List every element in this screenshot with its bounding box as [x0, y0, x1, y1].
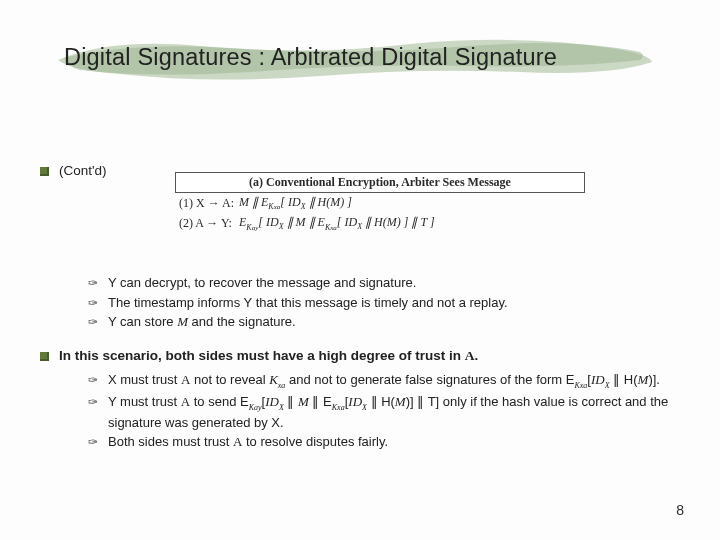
- body-content: (Cont'd) ✑ Y can decrypt, to recover the…: [40, 162, 680, 453]
- text-frag: not to reveal: [190, 372, 269, 387]
- text-frag: to send E: [190, 394, 249, 409]
- math-A: A: [233, 434, 242, 449]
- bullet-text: Both sides must trust A to resolve dispu…: [108, 433, 388, 451]
- square-bullet-icon: [40, 167, 49, 176]
- math-M: M: [298, 394, 309, 409]
- bullet-y-trust: ✑ Y must trust A to send EKay[IDX ‖ M ‖ …: [88, 393, 680, 431]
- bullet-timestamp: ✑ The timestamp informs Y that this mess…: [88, 294, 680, 312]
- contd-label: (Cont'd): [59, 162, 107, 180]
- math-ID: ID: [591, 372, 605, 387]
- text-frag: Both sides must trust: [108, 434, 233, 449]
- text-frag: In this scenario, both sides must have a…: [59, 348, 465, 363]
- math-ID: ID: [348, 394, 362, 409]
- math-M: M: [177, 314, 188, 329]
- math-K: K: [269, 372, 278, 387]
- text-frag: )].: [648, 372, 660, 387]
- text-frag: to resolve disputes fairly.: [242, 434, 388, 449]
- bullet-text: Y can decrypt, to recover the message an…: [108, 274, 416, 292]
- script-bullet-icon: ✑: [88, 275, 98, 291]
- math-A: A: [181, 372, 190, 387]
- bullet-both-trust: ✑ Both sides must trust A to resolve dis…: [88, 433, 680, 451]
- text-frag: Y can store: [108, 314, 177, 329]
- heading-contd: (Cont'd): [40, 162, 680, 180]
- text-frag: and not to generate false signatures of …: [285, 372, 574, 387]
- bullet-text: The timestamp informs Y that this messag…: [108, 294, 508, 312]
- text-frag: and the signature.: [188, 314, 296, 329]
- script-bullet-icon: ✑: [88, 295, 98, 311]
- bullet-text: Y can store M and the signature.: [108, 313, 296, 331]
- bullet-y-decrypt: ✑ Y can decrypt, to recover the message …: [88, 274, 680, 292]
- page-title: Digital Signatures : Arbitrated Digital …: [64, 44, 680, 71]
- text-frag: ‖ H(: [610, 372, 638, 387]
- heading-trust-text: In this scenario, both sides must have a…: [59, 347, 478, 365]
- spacer: [40, 333, 680, 347]
- heading-trust: In this scenario, both sides must have a…: [40, 347, 680, 365]
- page-number: 8: [676, 502, 684, 518]
- bullet-x-trust: ✑ X must trust A not to reveal Kxa and n…: [88, 371, 680, 391]
- figure-spacer: [40, 186, 680, 272]
- bullet-y-store: ✑ Y can store M and the signature.: [88, 313, 680, 331]
- math-M: M: [395, 394, 406, 409]
- text-frag: Y must trust: [108, 394, 181, 409]
- text-frag: ‖: [284, 394, 298, 409]
- math-Esub: Kxa: [574, 381, 587, 390]
- text-frag: .: [475, 348, 479, 363]
- slide: Digital Signatures : Arbitrated Digital …: [0, 0, 720, 540]
- script-bullet-icon: ✑: [88, 314, 98, 330]
- math-A: A: [181, 394, 190, 409]
- bullet-text: X must trust A not to reveal Kxa and not…: [108, 371, 660, 391]
- script-bullet-icon: ✑: [88, 394, 98, 410]
- text-frag: ‖ E: [309, 394, 332, 409]
- math-Esub: Kxa: [332, 403, 345, 412]
- math-A: A: [465, 348, 475, 363]
- title-area: Digital Signatures : Arbitrated Digital …: [64, 44, 680, 71]
- math-Esub: Kay: [249, 403, 262, 412]
- bullet-text: Y must trust A to send EKay[IDX ‖ M ‖ EK…: [108, 393, 680, 431]
- math-ID: ID: [265, 394, 279, 409]
- math-M: M: [638, 372, 649, 387]
- script-bullet-icon: ✑: [88, 372, 98, 388]
- text-frag: ‖ H(: [367, 394, 395, 409]
- text-frag: X must trust: [108, 372, 181, 387]
- square-bullet-icon: [40, 352, 49, 361]
- script-bullet-icon: ✑: [88, 434, 98, 450]
